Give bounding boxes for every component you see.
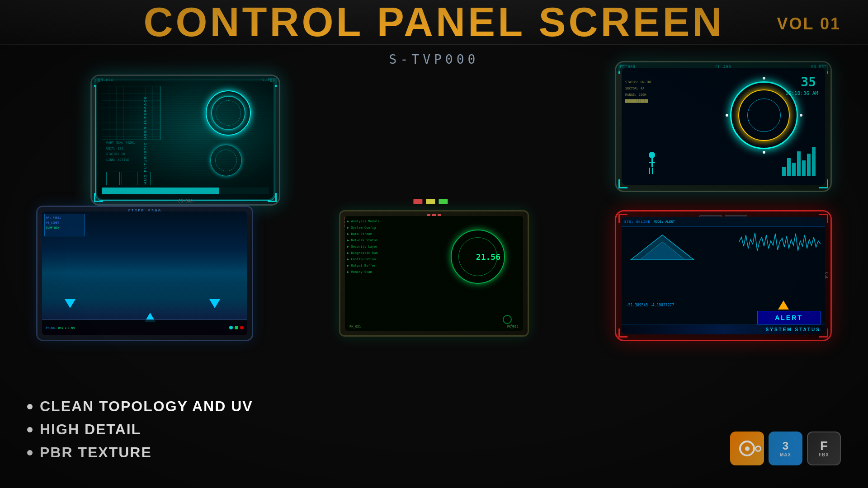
blender-ring [739,441,755,456]
hud-progress-bar [102,188,269,194]
hud-secondary-circle [210,145,242,176]
info-box-bl: WP: F4501 PS_COMET SURF BOX [44,214,85,236]
device-bottom-right: SYS: ONLINE MODE: ALERT [615,210,832,341]
3dsmax-logo: 3 MAX [780,440,791,457]
feature-item-2: HIGH DETAIL [27,421,253,438]
leg-left [649,168,650,174]
alert-bar: ALERT [757,311,821,324]
bar-4 [797,151,801,176]
feature-text-1: CLEAN TOPOLOGY AND UV [40,398,253,415]
blender-center [745,446,750,451]
dot-left [726,114,728,117]
header: CONTROL PANEL SCREEN VOL 01 [0,0,868,45]
device-bc-screen: ▶ Analysis Module ▶ System Config ▶ Data… [345,216,523,331]
device-bottom-left: GIGER_S300 WP: F4501 PS_COMET SURF BOX [36,206,253,341]
blender-satellite [755,446,761,452]
bc-label-left: PK_031 [349,325,361,328]
feature-item-3: PBR TEXTURE [27,444,253,461]
max-number: 3 [783,440,788,452]
bar-2 [787,158,791,176]
fbx-letter: F [820,440,828,452]
figure-arms [649,162,655,163]
device-bottom-left-screen: WP: F4501 PS_COMET SURF BOX AY:AUL DSS 2… [42,211,247,335]
device-top-right-screen: 35 05:10:36 AM [622,68,825,185]
conn-red [413,199,422,204]
status-dots [229,326,244,329]
human-figure [649,152,655,174]
box2 [122,172,135,185]
magnify-circle [503,315,512,324]
coords-value: DSS 2.1 NM [58,326,75,329]
chart-svg [626,230,698,262]
content-area: HUD-000 S-100 HUD FUTURISTIC USER INTERF… [0,47,868,488]
cable-connectors [413,199,448,204]
bullet-1 [27,404,33,409]
leg-right [652,168,653,174]
dot-right [800,114,802,117]
fbx-label: FBX [819,452,829,457]
bc-number: 21.56 [476,252,500,262]
dot-top [763,77,765,80]
bullet-3 [27,450,33,455]
bullet-2 [27,427,33,432]
blender-logo [739,441,755,456]
warning-icon [778,300,789,310]
bar-3 [792,163,796,176]
bar-1 [782,167,786,176]
hud-bottom-boxes [106,172,151,185]
br-info-val: MODE: ALERT [654,220,675,224]
feature-item-1: CLEAN TOPOLOGY AND UV [27,398,253,415]
figure-head [649,152,655,158]
waveform-area [739,228,821,255]
main-title: CONTROL PANEL SCREEN [143,0,724,46]
device-bottom-center: ▶ Analysis Module ▶ System Config ▶ Data… [339,210,529,337]
bottom-data-bar: AY:AUL DSS 2.1 NM [42,319,247,335]
box3 [137,172,151,185]
system-status-text: SYSTEM STATUS [766,327,821,332]
max-label: MAX [780,452,791,457]
vol-label: VOL 01 [777,14,841,33]
bar-chart [782,140,818,176]
info-text-bl: WP: F4501 PS_COMET SURF BOX [45,214,85,231]
out-label: Out [824,272,828,279]
status-dot-2 [235,326,238,329]
bc-menu-list: ▶ Analysis Module ▶ System Config ▶ Data… [347,218,406,275]
bar-7 [812,147,816,176]
device-top-left-screen: HUD FUTURISTIC USER INTERFACE PART NUM: … [97,81,274,199]
device-top-right: FD-000 CL-400 VN-002 35 05:10:36 AM [615,61,832,192]
br-coords: -51.309545 -4.19027277 [626,303,674,307]
feature-text-2: HIGH DETAIL [40,421,141,438]
br-info-text: SYS: ONLINE [624,220,650,224]
br-info-bar: SYS: ONLINE MODE: ALERT [622,217,825,227]
large-number: 35 [801,75,816,89]
hud-circle-inner [216,100,241,126]
bar-6 [807,154,811,176]
software-icons: 3 MAX F FBX [730,432,841,465]
feature-text-3: PBR TEXTURE [40,444,152,461]
hud-main-circle [206,90,251,136]
fbx-logo: F FBX [819,440,829,457]
device-br-screen: SYS: ONLINE MODE: ALERT [622,217,825,334]
status-dot-1 [229,326,233,329]
system-status-bar: SYSTEM STATUS [622,324,825,334]
blender-icon [730,432,764,465]
hud-text-overlay: PART NUM: 44201UNIT: 001STATUS: OKLINK: … [106,140,135,163]
figure-legs [649,168,655,174]
conn-green [439,199,448,204]
bc-label-right: PK_012 [507,325,519,328]
cb-label: CB-500 [178,199,193,203]
feature-list: CLEAN TOPOLOGY AND UV HIGH DETAIL PBR TE… [27,398,253,461]
box1 [106,172,120,185]
dot-bottom [763,151,765,154]
bar-5 [802,160,806,176]
waveform-svg [739,228,821,255]
hud-secondary-circle-inner [215,150,237,171]
alert-text: ALERT [775,314,803,321]
device-top-left: HUD-000 S-100 HUD FUTURISTIC USER INTERF… [90,75,280,206]
coords-label: AY:AUL [46,326,56,329]
3dsmax-icon: 3 MAX [769,432,802,465]
triangle-2 [209,299,220,308]
tr-left-data: STATUS: ONLINE SECTOR: 4A RANGE: 250M ██… [625,79,679,104]
hud-grid [102,86,160,140]
conn-yellow [426,199,435,204]
